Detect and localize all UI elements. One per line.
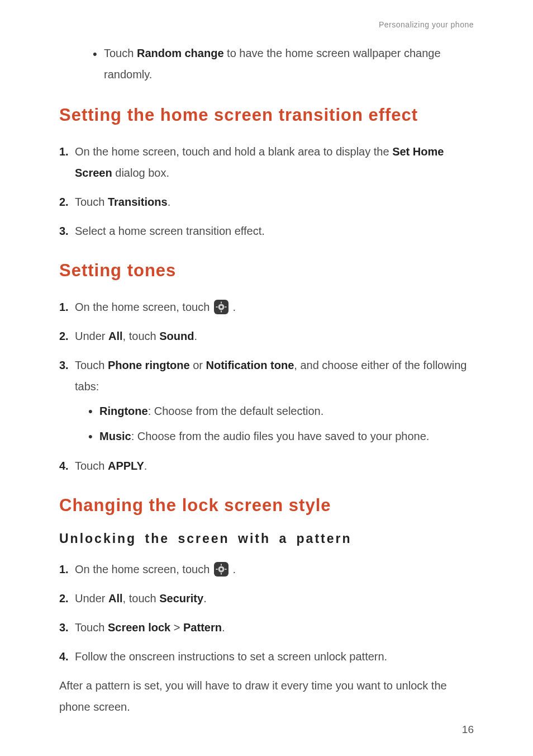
svg-rect-8 <box>221 564 222 566</box>
closing-paragraph: After a pattern is set, you will have to… <box>59 675 474 717</box>
step-marker: 4. <box>59 455 69 476</box>
step-marker: 1. <box>59 141 69 162</box>
bold-text: Phone ringtone <box>108 359 190 371</box>
lock-step-1: 1. On the home screen, touch . <box>59 559 474 580</box>
bold-text: All <box>108 330 123 342</box>
svg-point-7 <box>220 568 223 571</box>
text: . <box>232 301 236 313</box>
text: . <box>222 621 225 634</box>
text: Touch <box>75 460 108 472</box>
step-marker: 1. <box>59 559 69 580</box>
subsection-heading-pattern: Unlocking the screen with a pattern <box>59 531 474 546</box>
section-heading-transition: Setting the home screen transition effec… <box>59 105 474 125</box>
text: Follow the onscreen instructions to set … <box>75 650 387 663</box>
svg-rect-10 <box>216 569 217 570</box>
tones-step-4: 4. Touch APPLY. <box>59 455 474 476</box>
text: Touch <box>75 359 108 371</box>
svg-rect-5 <box>225 306 226 308</box>
lock-step-4: 4. Follow the onscreen instructions to s… <box>59 646 474 667</box>
lock-step-3: 3. Touch Screen lock > Pattern. <box>59 617 474 638</box>
bold-text: Sound <box>159 330 194 342</box>
step-marker: 2. <box>59 588 69 609</box>
text: : Choose from the default selection. <box>148 405 324 417</box>
transition-step-2: 2. Touch Transitions. <box>59 191 474 212</box>
text: > <box>170 621 183 634</box>
tones-step-3: 3. Touch Phone ringtone or Notification … <box>59 355 474 447</box>
section-heading-tones: Setting tones <box>59 261 474 281</box>
step-marker: 3. <box>59 617 69 638</box>
text: . <box>194 330 197 342</box>
tones-step-2: 2. Under All, touch Sound. <box>59 325 474 347</box>
bold-text: Random change <box>137 47 224 59</box>
bold-text: Screen lock <box>108 621 170 634</box>
continuation-bullet-group: Touch Random change to have the home scr… <box>93 42 474 85</box>
text: On the home screen, touch <box>75 301 213 313</box>
svg-rect-9 <box>221 573 222 575</box>
svg-rect-4 <box>216 306 217 308</box>
step-marker: 3. <box>59 355 69 376</box>
step-marker: 1. <box>59 296 69 318</box>
tones-step-1: 1. On the home screen, touch . <box>59 296 474 318</box>
text: dialog box. <box>112 167 169 179</box>
bold-text: Music <box>99 430 131 442</box>
tones-sub-bullets: Ringtone: Choose from the default select… <box>88 400 474 447</box>
running-header: Personalizing your phone <box>59 20 474 29</box>
text: Under <box>75 330 108 342</box>
step-marker: 4. <box>59 646 69 667</box>
settings-icon <box>214 300 229 314</box>
text: or <box>190 359 206 371</box>
bold-text: Notification tone <box>206 359 294 371</box>
bold-text: APPLY <box>108 460 144 472</box>
bold-text: Ringtone <box>99 405 148 417</box>
text: Touch <box>75 196 108 208</box>
transition-step-1: 1. On the home screen, touch and hold a … <box>59 141 474 183</box>
svg-point-1 <box>220 306 223 309</box>
svg-rect-3 <box>221 311 222 313</box>
step-marker: 2. <box>59 191 69 212</box>
text: , touch <box>123 330 160 342</box>
text: . <box>168 196 171 208</box>
text: . <box>144 460 147 472</box>
svg-rect-11 <box>225 569 226 570</box>
text: . <box>232 563 236 575</box>
text: Touch <box>75 621 108 634</box>
settings-icon <box>214 562 229 577</box>
sub-bullet-ringtone: Ringtone: Choose from the default select… <box>88 400 474 422</box>
bold-text: All <box>108 592 123 604</box>
text: On the home screen, touch and hold a bla… <box>75 145 392 158</box>
bold-text: Security <box>159 592 203 604</box>
text: On the home screen, touch <box>75 563 213 575</box>
text: Select a home screen transition effect. <box>75 225 265 237</box>
bold-text: Pattern <box>183 621 222 634</box>
lock-step-2: 2. Under All, touch Security. <box>59 588 474 609</box>
text: , touch <box>123 592 160 604</box>
section-heading-lock: Changing the lock screen style <box>59 495 474 516</box>
transition-step-3: 3. Select a home screen transition effec… <box>59 220 474 242</box>
svg-rect-2 <box>221 302 222 304</box>
step-marker: 3. <box>59 220 69 242</box>
page-content: Personalizing your phone Touch Random ch… <box>0 0 533 717</box>
text: Touch <box>104 47 137 59</box>
text: . <box>203 592 207 604</box>
bullet-random-change: Touch Random change to have the home scr… <box>93 42 474 85</box>
text: : Choose from the audio files you have s… <box>131 430 430 442</box>
sub-bullet-music: Music: Choose from the audio files you h… <box>88 426 474 447</box>
bold-text: Transitions <box>108 196 168 208</box>
text: Under <box>75 592 108 604</box>
step-marker: 2. <box>59 325 69 347</box>
page-number: 16 <box>462 724 474 736</box>
